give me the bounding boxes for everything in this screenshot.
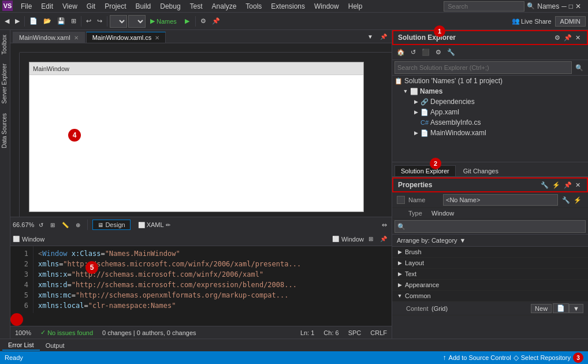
sol-close-btn[interactable]: ✕ <box>574 34 582 42</box>
toolbar-misc2[interactable]: 📌 <box>210 15 222 28</box>
tab-pin-btn[interactable]: 📌 <box>378 30 389 43</box>
source-control-label[interactable]: Add to Source Control <box>449 354 511 361</box>
xaml-label: XAML <box>147 221 164 228</box>
close-btn[interactable]: ✕ <box>575 2 581 10</box>
menu-edit[interactable]: Edit <box>36 1 58 12</box>
tab-list-btn[interactable]: ▼ <box>365 30 375 43</box>
sol-home-btn[interactable]: 🏠 <box>395 47 407 57</box>
prop-search-input[interactable] <box>395 220 586 233</box>
tree-mainwindow[interactable]: ▶ 📄 MainWindow.xaml <box>392 128 588 138</box>
tab-close-xaml[interactable]: ✕ <box>74 35 79 41</box>
menu-tools[interactable]: Tools <box>241 1 266 12</box>
code-header-right: Window <box>341 236 364 243</box>
reset-zoom-btn[interactable]: ↺ <box>36 218 46 231</box>
toolbar-misc1[interactable]: ⚙ <box>198 15 209 28</box>
prop-cat-brush[interactable]: ▶ Brush <box>392 247 588 258</box>
tab-mainwindow-cs[interactable]: MainWindow.xaml.cs ✕ <box>86 32 166 43</box>
menu-test[interactable]: Test <box>185 1 207 12</box>
content-dropdown-btn[interactable]: ▼ <box>569 304 583 313</box>
grid-btn[interactable]: ⊞ <box>48 218 57 231</box>
prop-cat-layout[interactable]: ▶ Layout <box>392 258 588 269</box>
badge-5: 5 <box>10 313 23 326</box>
sidebar-server-explorer[interactable]: Server Explorer <box>0 59 10 108</box>
menu-build[interactable]: Build <box>131 1 156 12</box>
sidebar-data-sources[interactable]: Data Sources <box>0 109 10 153</box>
search-input[interactable] <box>444 1 524 12</box>
prop-name-event-btn[interactable]: ⚡ <box>572 196 583 205</box>
toolbar-open[interactable]: 📂 <box>41 15 54 28</box>
sep1 <box>24 16 25 27</box>
assemblyinfo-label: AssemblyInfo.cs <box>430 118 481 127</box>
menu-project[interactable]: Project <box>100 1 131 12</box>
menu-view[interactable]: View <box>58 1 82 12</box>
toolbar-save[interactable]: 💾 <box>55 15 68 28</box>
prop-close-btn[interactable]: ✕ <box>574 181 582 190</box>
toolbar-forward[interactable]: ▶ <box>13 15 22 28</box>
code-pin-btn[interactable]: 📌 <box>378 233 389 246</box>
tree-solution[interactable]: 📋 Solution 'Names' (1 of 1 project) <box>392 76 588 86</box>
sol-collapse-btn[interactable]: ⬛ <box>419 47 432 57</box>
start-without-debug-btn[interactable]: ▶ <box>181 15 193 28</box>
xaml-mode-btn[interactable]: ⬜ XAML ✏ <box>133 220 176 230</box>
tree-assemblyinfo[interactable]: C# AssemblyInfo.cs <box>392 117 588 128</box>
solution-tree[interactable]: 📋 Solution 'Names' (1 of 1 project) ▼ ⬜ … <box>392 76 588 162</box>
tab-git-changes[interactable]: Git Changes <box>457 165 505 176</box>
tree-appxaml[interactable]: ▶ 📄 App.xaml <box>392 107 588 117</box>
snap-btn[interactable]: ⊕ <box>73 218 83 231</box>
menu-debug[interactable]: Debug <box>155 1 185 12</box>
tab-close-cs[interactable]: ✕ <box>155 35 159 41</box>
tab-mainwindow-xaml[interactable]: MainWindow.xaml ✕ <box>13 32 85 43</box>
sol-pin-btn[interactable]: 📌 <box>562 34 574 42</box>
prop-wrench-btn[interactable]: 🔧 <box>539 181 550 190</box>
sol-filter-btn[interactable]: 🔧 <box>445 47 457 57</box>
code-lines[interactable]: <Window x:Class="Names.MainWindow" xmlns… <box>34 246 392 313</box>
code-expand-btn[interactable]: ⊞ <box>366 233 375 246</box>
toolbar-redo[interactable]: ↪ <box>95 15 105 28</box>
prop-name-value[interactable] <box>443 194 558 206</box>
toolbar-new-project[interactable]: 📄 <box>27 15 40 28</box>
minimize-btn[interactable]: ─ <box>561 2 567 10</box>
maximize-btn[interactable]: □ <box>569 2 573 10</box>
menu-window[interactable]: Window <box>310 1 344 12</box>
menu-extensions[interactable]: Extensions <box>266 1 310 12</box>
prop-name-tool-btn[interactable]: 🔧 <box>560 196 572 205</box>
crlf-label: CRLF <box>370 329 387 336</box>
cpu-select[interactable]: Any CPU <box>128 15 146 28</box>
sol-refresh-btn[interactable]: ↺ <box>408 47 418 57</box>
sol-search-input[interactable] <box>395 61 572 74</box>
live-share-btn[interactable]: 👥 Live Share <box>509 15 554 28</box>
menu-help[interactable]: Help <box>344 1 367 12</box>
prop-arrange-row[interactable]: Arrange by: Category ▼ <box>392 235 588 247</box>
menu-analyze[interactable]: Analyze <box>207 1 241 12</box>
expand-btn[interactable]: ⇔ <box>379 218 389 231</box>
ruler-btn[interactable]: 📏 <box>59 218 71 231</box>
sol-settings-btn[interactable]: ⚙ <box>553 34 562 42</box>
toolbar-save-all[interactable]: ⊞ <box>69 15 79 28</box>
prop-bolt-btn[interactable]: ⚡ <box>550 181 562 190</box>
toolbar-back[interactable]: ◀ <box>2 15 12 28</box>
prop-cat-common[interactable]: ▼ Common <box>392 291 588 302</box>
tree-project[interactable]: ▼ ⬜ Names <box>392 86 588 96</box>
sol-search-btn[interactable]: 🔍 <box>573 63 586 73</box>
prop-cat-appearance[interactable]: ▶ Appearance <box>392 280 588 291</box>
content-file-btn[interactable]: 📄 <box>553 303 569 313</box>
design-mode-btn[interactable]: 🖥 Design <box>92 220 130 230</box>
btm-error-list[interactable]: Error List <box>2 340 40 351</box>
menu-file[interactable]: File <box>16 1 36 12</box>
tab-solution-explorer[interactable]: Solution Explorer <box>395 165 456 176</box>
debug-mode-select[interactable]: Debug <box>110 15 127 28</box>
content-new-btn[interactable]: New <box>531 304 552 313</box>
prop-pin-btn[interactable]: 📌 <box>562 181 574 190</box>
prop-name-input[interactable] <box>446 196 555 203</box>
menu-git[interactable]: Git <box>82 1 100 12</box>
start-debug-btn[interactable]: ▶ Names <box>147 15 180 28</box>
admin-btn[interactable]: ADMIN <box>555 16 586 27</box>
prop-name-checkbox[interactable] <box>397 196 405 204</box>
select-repo-label[interactable]: Select Repository <box>521 354 571 361</box>
sol-settings2-btn[interactable]: ⚙ <box>433 47 444 57</box>
tree-dependencies[interactable]: ▶ 🔗 Dependencies <box>392 96 588 107</box>
sidebar-toolbox[interactable]: Toolbox <box>0 30 10 59</box>
toolbar-undo[interactable]: ↩ <box>84 15 94 28</box>
btm-output[interactable]: Output <box>40 341 70 350</box>
prop-cat-text[interactable]: ▶ Text <box>392 269 588 280</box>
